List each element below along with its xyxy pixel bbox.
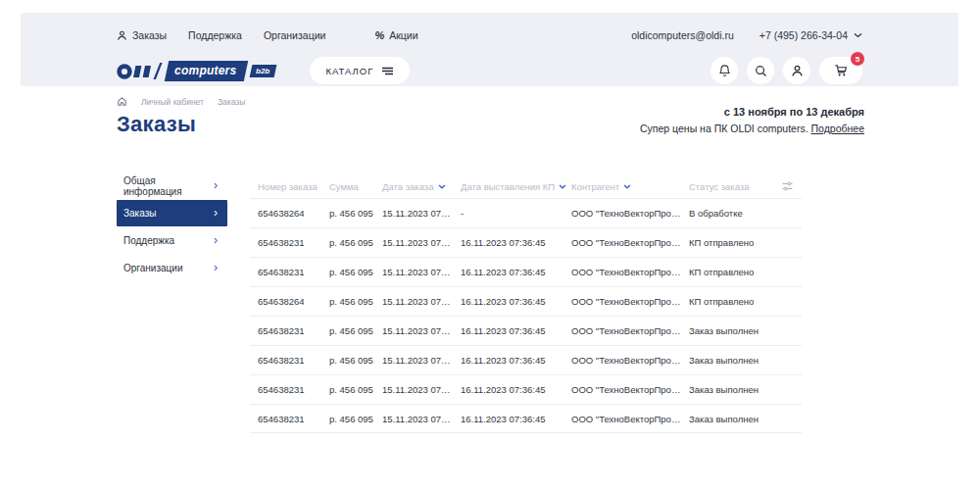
- cell-status: КП отправлено: [689, 237, 779, 248]
- cell-order-date: 15.11.2023 07:36:45: [382, 296, 461, 307]
- column-header-contractor[interactable]: Контрагент: [571, 181, 689, 192]
- cell-status: В обработке: [689, 208, 779, 219]
- table-row[interactable]: 654638264 р. 456 095 15.11.2023 07:36:45…: [250, 286, 802, 316]
- cell-order-date: 15.11.2023 07:36:45: [382, 208, 461, 219]
- cell-kp-date: 16.11.2023 07:36:45: [461, 355, 571, 366]
- cell-sum: р. 456 095: [329, 325, 382, 336]
- home-icon[interactable]: [117, 96, 127, 107]
- table-header: Номер заказа Сумма Дата заказа Дата выст…: [250, 174, 802, 198]
- column-header-status: Статус заказа: [689, 181, 779, 192]
- column-header-order-number: Номер заказа: [258, 181, 329, 192]
- column-header-kp-date[interactable]: Дата выставления КП: [461, 181, 571, 192]
- cell-order-number: 654638231: [258, 325, 329, 336]
- search-icon: [755, 65, 767, 77]
- cell-kp-date: 16.11.2023 07:36:45: [461, 384, 571, 395]
- profile-button[interactable]: [783, 57, 810, 84]
- cell-order-number: 654638231: [258, 355, 329, 366]
- table-row[interactable]: 654638264 р. 456 095 15.11.2023 07:36:45…: [250, 198, 802, 227]
- cell-contractor: ООО "ТехноВекторПроП...: [571, 208, 689, 219]
- cell-contractor: ООО "ТехноВекторПроП...: [571, 384, 689, 395]
- catalog-label: КАТАЛОГ: [325, 66, 373, 76]
- nav-item-support[interactable]: Поддержка: [188, 29, 242, 41]
- nav-item-organizations[interactable]: Организации: [264, 29, 326, 41]
- sidebar-item-label: Организации: [123, 263, 182, 273]
- cell-order-number: 654638264: [258, 208, 329, 219]
- cell-order-date: 15.11.2023 07:36:45: [382, 267, 461, 277]
- top-nav-links: Заказы Поддержка Организации % Акции: [117, 29, 418, 41]
- column-header-sum: Сумма: [329, 181, 382, 192]
- nav-label: Акции: [389, 29, 417, 41]
- cell-kp-date: 16.11.2023 07:36:45: [461, 267, 571, 277]
- breadcrumb-item-account[interactable]: Личный кабинет: [141, 97, 204, 107]
- sidebar-item-link[interactable]: Поддержка ›: [117, 227, 227, 254]
- sidebar-item-link[interactable]: Организации ›: [117, 255, 227, 281]
- cell-sum: р. 456 095: [329, 384, 382, 395]
- nav-item-orders[interactable]: Заказы: [117, 29, 167, 41]
- bell-icon: [718, 64, 731, 77]
- cell-order-date: 15.11.2023 07:36:45: [382, 325, 461, 336]
- main-area: Общая информация › Заказы › Поддержка › …: [0, 173, 980, 433]
- table-body: 654638264 р. 456 095 15.11.2023 07:36:45…: [250, 198, 802, 433]
- sidebar-item-link[interactable]: Общая информация ›: [117, 173, 227, 199]
- sidebar-item-label: Поддержка: [123, 235, 174, 246]
- cell-contractor: ООО "ТехноВекторПроП...: [571, 267, 689, 277]
- cell-status: Заказ выполнен: [689, 384, 779, 395]
- page: Заказы Поддержка Организации % Акции old…: [0, 0, 980, 493]
- sort-chevron-icon: [623, 184, 631, 189]
- sidebar: Общая информация › Заказы › Поддержка › …: [117, 173, 227, 433]
- table-row[interactable]: 654638231 р. 456 095 15.11.2023 07:36:45…: [250, 227, 802, 257]
- logo-b2b-badge: b2b: [250, 65, 277, 77]
- page-title: Заказы: [117, 112, 196, 137]
- column-header-order-date[interactable]: Дата заказа: [382, 181, 461, 192]
- cell-order-number: 654638231: [258, 414, 329, 424]
- promo-more-link[interactable]: Подробнее: [811, 123, 864, 134]
- cell-status: Заказ выполнен: [689, 355, 779, 366]
- sidebar-item-active[interactable]: Заказы ›: [117, 200, 227, 226]
- cell-contractor: ООО "ТехноВекторПроП...: [571, 325, 689, 336]
- oldi-logo[interactable]: computers b2b: [117, 61, 275, 81]
- catalog-button[interactable]: КАТАЛОГ: [310, 57, 410, 84]
- table-row[interactable]: 654638231 р. 456 095 15.11.2023 07:36:45…: [250, 257, 802, 286]
- cart-button[interactable]: 5: [819, 57, 862, 84]
- filter-sliders-icon[interactable]: [782, 181, 793, 191]
- chevron-down-icon: [854, 32, 862, 38]
- promo-banner: с 13 ноября по 13 декабря Супер цены на …: [640, 106, 864, 134]
- cell-kp-date: 16.11.2023 07:36:45: [461, 296, 571, 307]
- table-row[interactable]: 654638231 р. 456 095 15.11.2023 07:36:45…: [250, 345, 802, 374]
- table-row[interactable]: 654638231 р. 456 095 15.11.2023 07:36:45…: [250, 316, 802, 345]
- cell-status: КП отправлено: [689, 296, 779, 307]
- top-navigation: Заказы Поддержка Организации % Акции old…: [117, 25, 862, 46]
- logo-brand-box: computers: [165, 61, 249, 81]
- oldi-logo-mark-icon: [117, 61, 164, 80]
- chevron-right-icon: ›: [214, 234, 218, 246]
- search-button[interactable]: [747, 57, 774, 84]
- nav-label: Поддержка: [188, 29, 242, 41]
- chevron-right-icon: ›: [214, 262, 218, 273]
- phone-dropdown[interactable]: +7 (495) 266-34-04: [760, 29, 862, 41]
- cell-order-date: 15.11.2023 07:36:45: [382, 237, 461, 248]
- table-row[interactable]: 654638231 р. 456 095 15.11.2023 07:36:45…: [250, 374, 802, 404]
- percent-icon: %: [374, 29, 384, 41]
- cell-order-number: 654638231: [258, 237, 329, 248]
- cell-status: КП отправлено: [689, 267, 779, 277]
- cell-order-number: 654638264: [258, 296, 329, 307]
- sort-chevron-icon: [438, 184, 446, 189]
- cell-order-number: 654638231: [258, 267, 329, 277]
- sidebar-item-label: Заказы: [123, 208, 156, 219]
- table-row[interactable]: 654638231 р. 456 095 15.11.2023 07:36:45…: [250, 404, 802, 433]
- cell-contractor: ООО "ТехноВекторПроП...: [571, 355, 689, 366]
- nav-item-promotions[interactable]: % Акции: [374, 29, 417, 41]
- account-email[interactable]: oldicomputers@oldi.ru: [631, 29, 734, 41]
- menu-lines-icon: [381, 67, 394, 75]
- title-row: Заказы с 13 ноября по 13 декабря Супер ц…: [0, 112, 980, 137]
- filter-column: [779, 181, 802, 191]
- nav-label: Организации: [264, 29, 326, 41]
- notifications-button[interactable]: [710, 57, 738, 84]
- cell-sum: р. 456 095: [329, 296, 382, 307]
- sidebar-item-label: Общая информация: [123, 175, 214, 197]
- cell-order-date: 15.11.2023 07:36:45: [382, 414, 461, 424]
- cell-kp-date: 16.11.2023 07:36:45: [461, 325, 571, 336]
- phone-number: +7 (495) 266-34-04: [760, 29, 848, 41]
- nav-label: Заказы: [132, 29, 167, 41]
- cell-sum: р. 456 095: [329, 355, 382, 366]
